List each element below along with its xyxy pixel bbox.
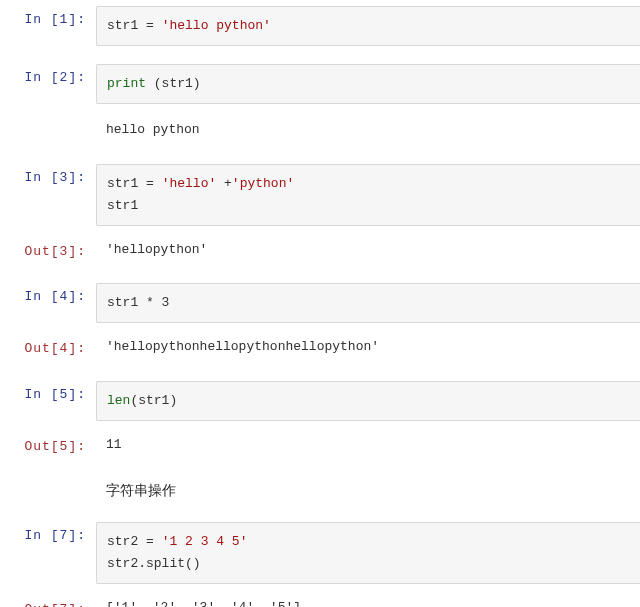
notebook-container: In [1]:str1 = 'hello python'In [2]:print… [0, 6, 640, 607]
code-input[interactable]: str1 * 3 [96, 283, 640, 323]
input-prompt: In [1]: [0, 6, 96, 27]
execute-result: 'hellopython' [96, 234, 640, 265]
prompt-empty [0, 478, 96, 484]
execute-result: ['1', '2', '3', '4', '5'] [96, 592, 640, 607]
code-input[interactable]: str1 = 'hello' +'python' str1 [96, 164, 640, 226]
code-cell: In [7]:str2 = '1 2 3 4 5' str2.split()Ou… [0, 522, 640, 607]
output-prompt: Out[7]: [0, 592, 96, 607]
output-prompt: Out[3]: [0, 234, 96, 263]
input-prompt: In [4]: [0, 283, 96, 304]
input-prompt: In [5]: [0, 381, 96, 402]
code-input[interactable]: print (str1) [96, 64, 640, 104]
execute-result: 'hellopythonhellopythonhellopython' [96, 331, 640, 362]
code-cell: In [4]:str1 * 3Out[4]:'hellopythonhellop… [0, 283, 640, 362]
code-input[interactable]: str2 = '1 2 3 4 5' str2.split() [96, 522, 640, 584]
code-cell: In [5]:len(str1)Out[5]:11 [0, 381, 640, 460]
input-prompt: In [7]: [0, 522, 96, 543]
code-cell: In [1]:str1 = 'hello python' [0, 6, 640, 46]
stdout-output: hello python [96, 114, 640, 145]
input-prompt: In [2]: [0, 64, 96, 85]
output-prompt: Out[5]: [0, 429, 96, 458]
code-input[interactable]: str1 = 'hello python' [96, 6, 640, 46]
code-cell: In [2]:print (str1)hello python [0, 64, 640, 145]
execute-result: 11 [96, 429, 640, 460]
input-prompt: In [3]: [0, 164, 96, 185]
markdown-cell: 字符串操作 [0, 478, 640, 504]
output-prompt: Out[4]: [0, 331, 96, 360]
markdown-text: 字符串操作 [96, 478, 640, 504]
code-input[interactable]: len(str1) [96, 381, 640, 421]
code-cell: In [3]:str1 = 'hello' +'python' str1Out[… [0, 164, 640, 266]
prompt-empty [0, 114, 96, 120]
